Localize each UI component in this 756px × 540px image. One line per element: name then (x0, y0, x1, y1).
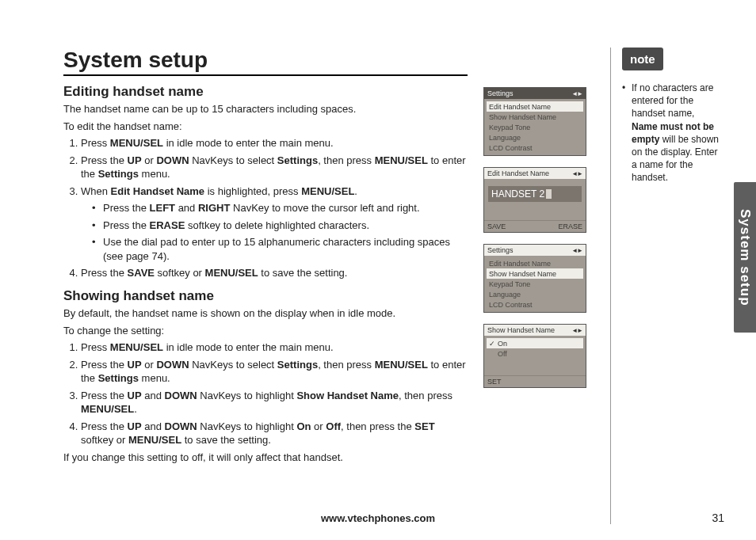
main-column: System setup Editing handset name The ha… (63, 48, 468, 524)
softkey-right: ERASE (558, 222, 582, 230)
menu-item: Show Handset Name (487, 268, 583, 279)
phone-screen-edit: Edit Handset Name ◄► HANDSET 2 SAVE ERAS… (483, 167, 586, 233)
steps-list: Press MENU/SEL in idle mode to enter the… (63, 340, 468, 447)
screenshots-column: Settings ◄► Edit Handset Name Show Hands… (483, 48, 594, 524)
edit-field: HANDSET 2 (488, 186, 582, 202)
section-heading-showing: Showing handset name (63, 288, 468, 304)
leftright-icon: ◄► (571, 170, 582, 177)
intro-text: To change the setting: (63, 324, 468, 338)
step: When Edit Handset Name is highlighted, p… (81, 184, 468, 264)
note-text: If no characters are entered for the han… (622, 82, 721, 184)
step: Press MENU/SEL in idle mode to enter the… (81, 340, 468, 355)
menu-item: LCD Contrast (487, 299, 583, 310)
menu-item: LCD Contrast (487, 143, 583, 153)
note-badge: note (622, 48, 663, 70)
menu-item: Keypad Tone (487, 122, 583, 132)
substep: Press the LEFT and RIGHT NavKey to move … (92, 201, 468, 215)
page-number: 31 (712, 511, 724, 524)
note-list: If no characters are entered for the han… (622, 82, 721, 184)
section-heading-editing: Editing handset name (63, 84, 468, 100)
screen-title: Show Handset Name (487, 326, 555, 334)
steps-list: Press MENU/SEL in idle mode to enter the… (63, 136, 468, 280)
softkey-left: SET (487, 378, 502, 386)
step: Press the SAVE softkey or MENU/SEL to sa… (81, 266, 468, 280)
step: Press the UP and DOWN NavKeys to highlig… (81, 420, 468, 447)
substep: Press the ERASE softkey to delete highli… (92, 219, 468, 233)
menu-item: Edit Handset Name (487, 258, 583, 268)
footer-url: www.vtechphones.com (0, 512, 756, 524)
step: Press the UP or DOWN NavKeys to select S… (81, 358, 468, 386)
intro-text: To edit the handset name: (63, 120, 468, 134)
substep: Use the dial pad to enter up to 15 alpha… (92, 235, 468, 263)
menu-item: Edit Handset Name (487, 101, 583, 112)
page-title: System setup (63, 48, 468, 76)
note-column: note If no characters are entered for th… (610, 48, 721, 524)
step: Press the UP and DOWN NavKeys to highlig… (81, 389, 468, 416)
step: Press the UP or DOWN NavKeys to select S… (81, 154, 468, 181)
outro-text: If you change this setting to off, it wi… (63, 451, 468, 465)
menu-item: On (487, 338, 583, 348)
menu-item: Language (487, 132, 583, 143)
menu-item: Show Handset Name (487, 112, 583, 122)
screen-title: Settings (487, 246, 514, 254)
phone-screen-settings-2: Settings ◄► Edit Handset Name Show Hands… (483, 244, 586, 313)
step: Press MENU/SEL in idle mode to enter the… (81, 136, 468, 150)
phone-screen-show: Show Handset Name ◄► On Off SET (483, 324, 586, 388)
screen-title: Edit Handset Name (487, 169, 549, 177)
cursor-icon (546, 189, 552, 199)
intro-text: The handset name can be up to 15 charact… (63, 102, 468, 116)
substeps-list: Press the LEFT and RIGHT NavKey to move … (81, 201, 468, 263)
screen-title: Settings (487, 89, 514, 97)
updown-icon: ◄► (571, 327, 582, 334)
updown-icon: ◄► (571, 90, 582, 97)
menu-item: Off (487, 348, 583, 359)
menu-item: Keypad Tone (487, 279, 583, 289)
softkey-left: SAVE (487, 222, 506, 230)
menu-item: Language (487, 289, 583, 299)
edit-value: HANDSET 2 (491, 188, 544, 200)
updown-icon: ◄► (571, 247, 582, 254)
side-tab: System setup (734, 182, 756, 333)
intro-text: By default, the handset name is shown on… (63, 306, 468, 321)
phone-screen-settings-1: Settings ◄► Edit Handset Name Show Hands… (483, 87, 586, 156)
